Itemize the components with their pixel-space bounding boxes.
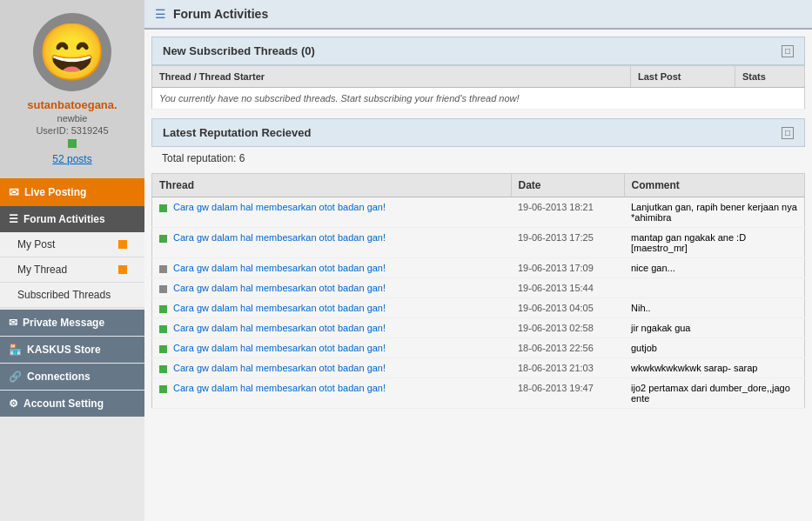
rep-table-row: Cara gw dalam hal membesarkan otot badan… <box>152 228 805 258</box>
live-posting-label: Live Posting <box>24 186 86 198</box>
rep-comment-cell <box>624 278 805 298</box>
reputation-section: Latest Reputation Recieved □ Total reput… <box>144 118 812 409</box>
rep-date-cell: 19-06-2013 18:21 <box>511 197 624 228</box>
forum-activities-button[interactable]: ☰ Forum Activities <box>0 206 144 232</box>
sidebar-item-my-thread[interactable]: My Thread <box>0 257 144 283</box>
rep-thread-link[interactable]: Cara gw dalam hal membesarkan otot badan… <box>173 263 386 273</box>
subscribed-threads-table: Thread / Thread Starter Last Post Stats … <box>151 65 805 110</box>
rep-thread-link[interactable]: Cara gw dalam hal membesarkan otot badan… <box>173 323 386 333</box>
rep-thread-link[interactable]: Cara gw dalam hal membesarkan otot badan… <box>173 363 386 373</box>
reputation-title: Latest Reputation Recieved <box>163 126 312 139</box>
sidebar: 😄 sutanbatoegana. newbie UserID: 5319245… <box>0 0 144 521</box>
rep-comment-cell: Nih.. <box>624 298 805 318</box>
connections-icon: 🔗 <box>9 371 22 383</box>
private-message-icon: ✉ <box>9 317 17 329</box>
rep-col-thread: Thread <box>152 174 512 197</box>
reputation-table: Thread Date Comment Cara gw dalam hal me… <box>151 173 805 409</box>
rep-dot <box>159 305 167 313</box>
private-message-button[interactable]: ✉ Private Message <box>0 310 144 336</box>
rep-table-row: Cara gw dalam hal membesarkan otot badan… <box>152 258 805 278</box>
subscribed-threads-collapse[interactable]: □ <box>782 45 794 57</box>
rep-col-comment: Comment <box>624 174 805 197</box>
rep-thread-cell: Cara gw dalam hal membesarkan otot badan… <box>152 378 512 409</box>
rep-comment-cell: jir ngakak gua <box>624 318 805 338</box>
subscribed-empty-message: You currently have no subscribed threads… <box>152 88 805 110</box>
rep-table-row: Cara gw dalam hal membesarkan otot badan… <box>152 338 805 358</box>
avatar-area: 😄 sutanbatoegana. newbie UserID: 5319245… <box>0 0 144 178</box>
main-header: ☰ Forum Activities <box>144 0 812 30</box>
rep-date-cell: 19-06-2013 17:09 <box>511 258 624 278</box>
rep-comment-cell: gutjob <box>624 338 805 358</box>
rep-thread-cell: Cara gw dalam hal membesarkan otot badan… <box>152 278 512 298</box>
kaskus-store-button[interactable]: 🏪 KASKUS Store <box>0 337 144 363</box>
username-label: sutanbatoegana. <box>27 98 117 111</box>
col-stats: Stats <box>735 66 805 88</box>
rep-comment-cell: nice gan... <box>624 258 805 278</box>
col-thread-starter: Thread / Thread Starter <box>152 66 631 88</box>
user-id: UserID: 5319245 <box>36 125 108 136</box>
rep-thread-cell: Cara gw dalam hal membesarkan otot badan… <box>152 358 512 378</box>
subscribed-threads-title: New Subscribed Threads (0) <box>163 44 315 57</box>
posts-link[interactable]: 52 posts <box>52 153 91 165</box>
online-indicator <box>68 139 77 148</box>
rep-date-cell: 19-06-2013 15:44 <box>511 278 624 298</box>
page-title: Forum Activities <box>173 7 268 21</box>
rep-comment-cell: ijo2 pertamax dari dumber_dore,,jago ent… <box>624 378 805 409</box>
rep-date-cell: 18-06-2013 19:47 <box>511 378 624 409</box>
main-content: ☰ Forum Activities New Subscribed Thread… <box>144 0 812 521</box>
kaskus-store-icon: 🏪 <box>9 344 22 356</box>
rep-date-cell: 19-06-2013 04:05 <box>511 298 624 318</box>
rep-comment-cell: mantap gan ngakak ane :D [maestro_mr] <box>624 228 805 258</box>
rep-date-cell: 19-06-2013 17:25 <box>511 228 624 258</box>
rep-date-cell: 18-06-2013 21:03 <box>511 358 624 378</box>
rep-table-row: Cara gw dalam hal membesarkan otot badan… <box>152 278 805 298</box>
rep-thread-cell: Cara gw dalam hal membesarkan otot badan… <box>152 338 512 358</box>
rep-dot <box>159 265 167 273</box>
forum-activities-icon: ☰ <box>9 213 18 225</box>
rep-thread-link[interactable]: Cara gw dalam hal membesarkan otot badan… <box>173 383 386 393</box>
connections-button[interactable]: 🔗 Connections <box>0 364 144 390</box>
rep-col-date: Date <box>511 174 624 197</box>
forum-activities-label: Forum Activities <box>23 213 105 225</box>
my-thread-badge <box>118 265 127 274</box>
rep-date-cell: 19-06-2013 02:58 <box>511 318 624 338</box>
account-setting-icon: ⚙ <box>9 397 18 410</box>
forum-activities-header-icon: ☰ <box>155 7 166 21</box>
rep-table-row: Cara gw dalam hal membesarkan otot badan… <box>152 378 805 409</box>
rep-dot <box>159 345 167 353</box>
rep-dot <box>159 365 167 373</box>
rep-thread-link[interactable]: Cara gw dalam hal membesarkan otot badan… <box>173 343 386 353</box>
rep-thread-cell: Cara gw dalam hal membesarkan otot badan… <box>152 298 512 318</box>
rep-table-row: Cara gw dalam hal membesarkan otot badan… <box>152 298 805 318</box>
rep-table-row: Cara gw dalam hal membesarkan otot badan… <box>152 318 805 338</box>
rep-dot <box>159 285 167 293</box>
col-last-post: Last Post <box>631 66 735 88</box>
live-posting-button[interactable]: ✉ Live Posting <box>0 178 144 206</box>
account-setting-button[interactable]: ⚙ Account Setting <box>0 391 144 417</box>
user-rank: newbie <box>57 113 88 124</box>
rep-thread-cell: Cara gw dalam hal membesarkan otot badan… <box>152 228 512 258</box>
rep-thread-link[interactable]: Cara gw dalam hal membesarkan otot badan… <box>173 303 386 313</box>
reputation-collapse[interactable]: □ <box>782 127 794 139</box>
sidebar-item-my-post[interactable]: My Post <box>0 232 144 257</box>
rep-dot <box>159 204 167 212</box>
rep-dot <box>159 325 167 333</box>
live-posting-icon: ✉ <box>9 185 19 199</box>
rep-table-row: Cara gw dalam hal membesarkan otot badan… <box>152 197 805 228</box>
sidebar-menu: My Post My Thread Subscribed Threads <box>0 232 144 308</box>
rep-comment-cell: wkwkwkwkwkwk sarap- sarap <box>624 358 805 378</box>
subscribed-threads-header: New Subscribed Threads (0) □ <box>151 37 805 65</box>
rep-thread-cell: Cara gw dalam hal membesarkan otot badan… <box>152 258 512 278</box>
subscribed-empty-row: You currently have no subscribed threads… <box>152 88 805 110</box>
rep-table-row: Cara gw dalam hal membesarkan otot badan… <box>152 358 805 378</box>
rep-comment-cell: Lanjutkan gan, rapih bener kerjaan nya *… <box>624 197 805 228</box>
rep-thread-link[interactable]: Cara gw dalam hal membesarkan otot badan… <box>173 202 386 212</box>
rep-thread-cell: Cara gw dalam hal membesarkan otot badan… <box>152 197 512 228</box>
sidebar-item-subscribed-threads[interactable]: Subscribed Threads <box>0 283 144 308</box>
rep-thread-link[interactable]: Cara gw dalam hal membesarkan otot badan… <box>173 283 386 293</box>
my-post-badge <box>118 240 127 249</box>
rep-total: Total reputation: 6 <box>151 147 805 170</box>
rep-date-cell: 18-06-2013 22:56 <box>511 338 624 358</box>
avatar: 😄 <box>33 13 111 91</box>
rep-thread-link[interactable]: Cara gw dalam hal membesarkan otot badan… <box>173 232 386 243</box>
